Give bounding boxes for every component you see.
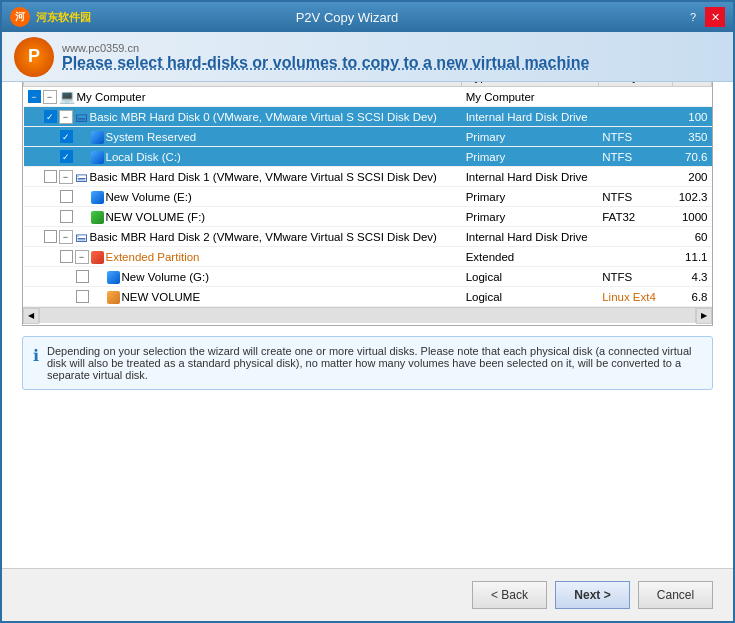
cell-filesystem	[598, 247, 673, 267]
row-icon	[107, 289, 120, 304]
row-expander	[75, 190, 89, 204]
scroll-track[interactable]	[39, 308, 696, 323]
cell-filesystem: NTFS	[598, 147, 673, 167]
row-checkbox[interactable]	[60, 130, 73, 143]
cell-size	[673, 87, 712, 107]
title-bar: 河 河东软件园 P2V Copy Wizard ? ✕	[2, 2, 733, 32]
info-box: ℹ Depending on your selection the wizard…	[22, 336, 713, 390]
cell-type: My Computer	[462, 87, 599, 107]
table-row[interactable]: 💻My ComputerMy Computer	[24, 87, 712, 107]
cell-type: Internal Hard Disk Drive	[462, 167, 599, 187]
cell-type: Logical	[462, 287, 599, 307]
cell-filesystem: NTFS	[598, 187, 673, 207]
row-expander	[75, 150, 89, 164]
cell-size: 11.1	[673, 247, 712, 267]
table-row[interactable]: New Volume (E:)PrimaryNTFS102.3	[24, 187, 712, 207]
cell-filesystem	[598, 167, 673, 187]
row-name-text: Local Disk (C:)	[106, 151, 181, 163]
cell-type: Primary	[462, 207, 599, 227]
row-expander[interactable]	[43, 90, 57, 104]
row-checkbox[interactable]	[44, 230, 57, 243]
row-checkbox[interactable]	[44, 170, 57, 183]
cell-name: Local Disk (C:)	[24, 147, 462, 167]
cell-type: Internal Hard Disk Drive	[462, 107, 599, 127]
cell-size: 6.8	[673, 287, 712, 307]
table-row[interactable]: Local Disk (C:)PrimaryNTFS70.6	[24, 147, 712, 167]
cell-name: New Volume (G:)	[24, 267, 462, 287]
next-button[interactable]: Next >	[555, 581, 630, 609]
row-expander	[91, 270, 105, 284]
row-expander	[91, 290, 105, 304]
cell-size: 1000	[673, 207, 712, 227]
wizard-body: Please specify what volumes or entire ha…	[2, 32, 733, 621]
row-name-text: Basic MBR Hard Disk 0 (VMware, VMware Vi…	[90, 111, 437, 123]
cell-type: Logical	[462, 267, 599, 287]
row-checkbox[interactable]	[28, 90, 41, 103]
row-icon	[91, 249, 104, 264]
cell-size: 4.3	[673, 267, 712, 287]
row-checkbox[interactable]	[60, 210, 73, 223]
row-icon	[91, 149, 104, 164]
window-title: P2V Copy Wizard	[11, 10, 683, 25]
table-row[interactable]: 🖴Basic MBR Hard Disk 0 (VMware, VMware V…	[24, 107, 712, 127]
row-checkbox[interactable]	[44, 110, 57, 123]
cell-filesystem	[598, 87, 673, 107]
cell-size: 70.6	[673, 147, 712, 167]
wizard-footer: < Back Next > Cancel	[2, 568, 733, 621]
cell-name: 🖴Basic MBR Hard Disk 0 (VMware, VMware V…	[24, 107, 462, 127]
row-checkbox[interactable]	[60, 150, 73, 163]
cell-filesystem: Linux Ext4	[598, 287, 673, 307]
cell-filesystem: FAT32	[598, 207, 673, 227]
row-name-text: New Volume (E:)	[106, 191, 192, 203]
cell-name: Extended Partition	[24, 247, 462, 267]
table-row[interactable]: New Volume (G:)LogicalNTFS4.3	[24, 267, 712, 287]
row-expander[interactable]	[59, 230, 73, 244]
watermark-url: www.pc0359.cn	[62, 42, 589, 54]
table-row[interactable]: NEW VOLUME (F:)PrimaryFAT321000	[24, 207, 712, 227]
help-button[interactable]: ?	[683, 7, 703, 27]
cell-filesystem: NTFS	[598, 127, 673, 147]
close-button[interactable]: ✕	[705, 7, 725, 27]
cancel-button[interactable]: Cancel	[638, 581, 713, 609]
row-name-text: New Volume (G:)	[122, 271, 210, 283]
cell-size: 100	[673, 107, 712, 127]
table-row[interactable]: 🖴Basic MBR Hard Disk 1 (VMware, VMware V…	[24, 167, 712, 187]
scroll-right-btn[interactable]: ▶	[696, 308, 712, 324]
row-name-text: Extended Partition	[106, 251, 200, 263]
row-expander[interactable]	[75, 250, 89, 264]
row-checkbox[interactable]	[60, 190, 73, 203]
row-checkbox[interactable]	[60, 250, 73, 263]
table-row[interactable]: Extended PartitionExtended11.1	[24, 247, 712, 267]
cell-name: 💻My Computer	[24, 87, 462, 107]
row-name-text: NEW VOLUME (F:)	[106, 211, 206, 223]
cell-filesystem	[598, 227, 673, 247]
cell-type: Primary	[462, 127, 599, 147]
back-button[interactable]: < Back	[472, 581, 547, 609]
row-name-text: My Computer	[77, 91, 146, 103]
row-name-text: NEW VOLUME	[122, 291, 201, 303]
cell-name: 🖴Basic MBR Hard Disk 1 (VMware, VMware V…	[24, 167, 462, 187]
row-icon	[91, 129, 104, 144]
row-expander[interactable]	[59, 170, 73, 184]
cell-type: Primary	[462, 147, 599, 167]
table-row[interactable]: System ReservedPrimaryNTFS350	[24, 127, 712, 147]
row-icon	[91, 209, 104, 224]
scroll-left-btn[interactable]: ◀	[23, 308, 39, 324]
cell-name: 🖴Basic MBR Hard Disk 2 (VMware, VMware V…	[24, 227, 462, 247]
row-icon	[107, 269, 120, 284]
row-checkbox[interactable]	[76, 290, 89, 303]
table-row[interactable]: 🖴Basic MBR Hard Disk 2 (VMware, VMware V…	[24, 227, 712, 247]
row-name-text: System Reserved	[106, 131, 197, 143]
row-expander[interactable]	[59, 110, 73, 124]
table-row[interactable]: NEW VOLUMELogicalLinux Ext46.8	[24, 287, 712, 307]
info-text: Depending on your selection the wizard w…	[47, 345, 702, 381]
cell-filesystem	[598, 107, 673, 127]
disk-tree-container[interactable]: Name Type File system Size 💻My ComputerM…	[22, 66, 713, 326]
row-icon: 🖴	[75, 169, 88, 184]
row-icon	[91, 189, 104, 204]
cell-name: System Reserved	[24, 127, 462, 147]
cell-size: 102.3	[673, 187, 712, 207]
row-checkbox[interactable]	[76, 270, 89, 283]
cell-size: 200	[673, 167, 712, 187]
horizontal-scrollbar[interactable]: ◀ ▶	[23, 307, 712, 323]
